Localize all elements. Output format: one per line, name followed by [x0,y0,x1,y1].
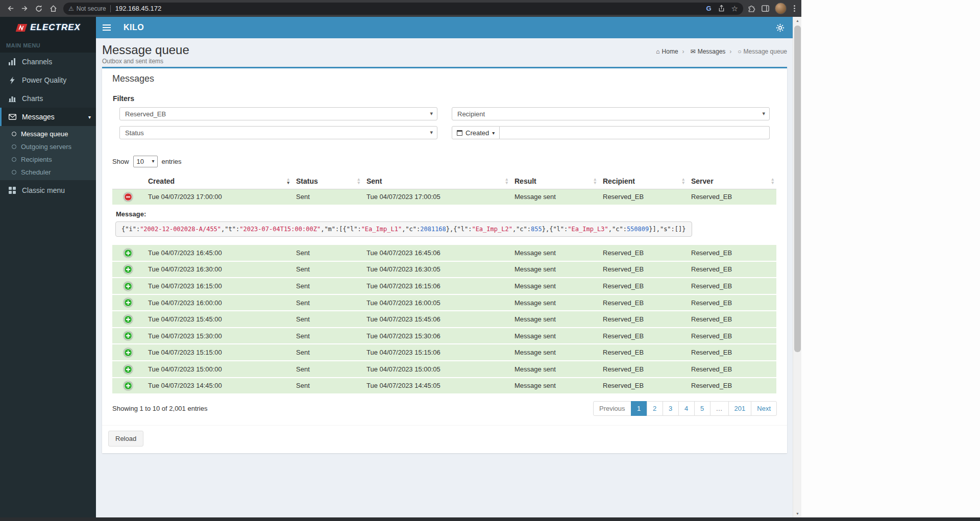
google-icon[interactable]: G [706,5,711,12]
box-title: Messages [112,73,154,84]
cell-result: Message sent [510,328,599,344]
address-bar[interactable]: ⚠ Not secure 192.168.45.172 G ☆ [63,3,743,15]
cell-status: Sent [292,378,362,394]
settings-gear-icon[interactable] [776,23,785,32]
side-panel-icon[interactable] [761,4,770,13]
expand-row-icon[interactable] [124,382,132,390]
sidebar-item-power-quality[interactable]: Power Quality [0,71,96,89]
sidebar-toggle-icon[interactable] [96,17,117,38]
page-button-page-1[interactable]: 1 [631,401,647,416]
cell-recipient: Reserved_EB [599,378,687,394]
row-detail: Message: {"i":"2002-12-002028-A/455","t"… [112,205,776,245]
cell-status: Sent [292,245,362,261]
table-row: Tue 04/07/2023 16:30:00 Sent Tue 04/07/2… [112,261,776,278]
messages-table: Created ▴▾ Status ▴▾ Sent [112,174,776,394]
profile-avatar[interactable] [775,3,787,14]
sidebar-item-label: Charts [22,94,43,103]
browser-menu-icon[interactable] [792,5,797,12]
expand-row-icon[interactable] [124,299,132,307]
app-logo[interactable]: ELECTREX [0,17,96,38]
collapse-row-icon[interactable] [124,193,132,201]
created-filter-button[interactable]: Created ▾ [452,126,500,139]
bookmark-star-icon[interactable]: ☆ [731,4,738,13]
breadcrumb-messages[interactable]: ✉ Messages [678,48,726,55]
share-icon[interactable] [718,5,725,12]
sidebar-item-recipients[interactable]: Recipients [0,153,96,166]
page-subtitle: Outbox and sent items [102,58,787,65]
page-scrollbar[interactable]: ▲ ▼ [793,17,801,517]
reload-button[interactable]: Reload [108,431,143,446]
scrollbar-thumb[interactable] [794,26,801,352]
sidebar-subitem-label: Recipients [21,156,52,163]
table-row: Tue 04/07/2023 16:00:00 Sent Tue 04/07/2… [112,294,776,311]
logo-text: ELECTREX [30,22,81,33]
expand-row-icon[interactable] [124,282,132,290]
page-button-page-3[interactable]: 3 [663,401,679,416]
page-length-select[interactable]: 10 ▾ [133,156,158,167]
page-button-page-2[interactable]: 2 [647,401,663,416]
page-button-page-5[interactable]: 5 [694,401,710,416]
sidebar-item-messages[interactable]: Messages ▾ [0,108,96,126]
expand-row-icon[interactable] [124,249,132,257]
sidebar-item-classic-menu[interactable]: Classic menu [0,181,96,200]
cell-status: Sent [292,294,362,311]
forward-button-icon[interactable] [18,3,31,15]
back-button-icon[interactable] [4,3,16,15]
cell-server: Reserved_EB [687,378,776,394]
column-header-created[interactable]: Created ▴▾ [144,174,292,189]
created-date-input[interactable] [500,126,770,139]
cell-created: Tue 04/07/2023 15:00:00 [144,361,292,378]
extensions-puzzle-icon[interactable] [747,4,756,13]
cell-created: Tue 04/07/2023 16:15:00 [144,278,292,294]
scroll-up-arrow[interactable]: ▲ [793,17,802,24]
cell-sent: Tue 04/07/2023 16:30:05 [362,261,510,278]
column-header-server[interactable]: Server ▴▾ [687,174,776,189]
created-filter-label: Created [465,129,489,137]
home-button-icon[interactable] [47,3,59,15]
browser-toolbar: ⚠ Not secure 192.168.45.172 G ☆ [0,0,801,17]
table-row: Tue 04/07/2023 16:15:00 Sent Tue 04/07/2… [112,278,776,294]
sidebar-item-charts[interactable]: Charts [0,89,96,108]
home-icon: ⌂ [656,48,659,55]
sort-icon: ▴▾ [505,178,508,185]
top-navbar: KILO [96,17,793,38]
recipient-filter-select[interactable]: Recipient ▾ [452,107,770,120]
cell-sent: Tue 04/07/2023 15:00:05 [362,361,510,378]
row-toggle-cell [112,328,144,344]
expand-row-icon[interactable] [124,332,132,340]
column-header-result[interactable]: Result ▴▾ [510,174,599,189]
scroll-down-arrow[interactable]: ▼ [793,510,802,517]
circle-icon [12,144,16,149]
sort-icon: ▴▾ [357,178,360,185]
cell-sent: Tue 04/07/2023 15:30:06 [362,328,510,344]
reload-button-icon[interactable] [33,3,45,15]
cell-server: Reserved_EB [687,294,776,311]
show-label: Show [112,158,129,165]
cell-server: Reserved_EB [687,361,776,378]
column-header-status[interactable]: Status ▴▾ [292,174,362,189]
sidebar-subitem-label: Outgoing servers [21,143,71,151]
breadcrumb-home[interactable]: ⌂ Home [656,48,678,55]
status-filter-select[interactable]: Status ▾ [119,126,437,139]
cell-sent: Tue 04/07/2023 17:00:05 [362,189,510,205]
column-header-sent[interactable]: Sent ▴▾ [362,174,510,189]
cell-sent: Tue 04/07/2023 15:45:06 [362,311,510,328]
expand-row-icon[interactable] [124,315,132,324]
desktop-background [801,0,980,517]
page-button-next[interactable]: Next [751,401,777,416]
sidebar-item-scheduler[interactable]: Scheduler [0,166,96,179]
signal-icon [8,58,17,65]
sidebar-item-message-queue[interactable]: Message queue [0,128,96,140]
channel-filter-select[interactable]: Reserved_EB ▾ [119,107,437,120]
table-footer: Showing 1 to 10 of 2,001 entries Previou… [112,401,777,416]
sidebar-item-channels[interactable]: Channels [0,53,96,71]
expand-row-icon[interactable] [124,349,132,357]
electrex-logo-icon [15,24,28,32]
expand-row-icon[interactable] [124,365,132,374]
page-button-page-4[interactable]: 4 [678,401,695,416]
expand-row-icon[interactable] [124,265,132,274]
column-header-recipient[interactable]: Recipient ▴▾ [599,174,687,189]
sidebar-item-outgoing-servers[interactable]: Outgoing servers [0,140,96,153]
status-filter-value: Status [125,129,144,137]
page-button-page-201[interactable]: 201 [728,401,752,416]
